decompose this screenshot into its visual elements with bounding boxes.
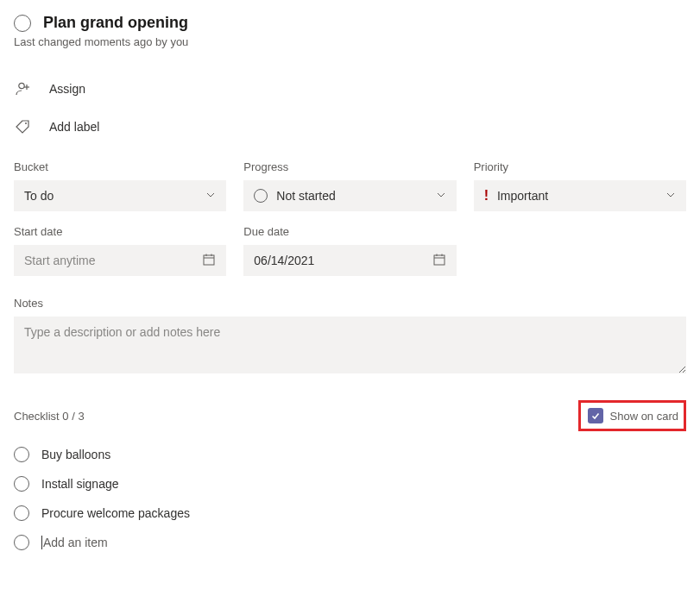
svg-rect-8 <box>434 255 445 265</box>
tag-icon <box>14 117 33 136</box>
calendar-icon <box>432 253 446 269</box>
checklist-item[interactable]: Buy balloons <box>14 447 686 462</box>
last-changed-text: Last changed moments ago by you <box>14 35 686 48</box>
checklist-item[interactable]: Procure welcome packages <box>14 505 686 521</box>
priority-dropdown[interactable]: ! Important <box>474 180 686 211</box>
checklist-item-text: Procure welcome packages <box>41 506 190 520</box>
add-label-text: Add label <box>49 120 99 134</box>
show-on-card-toggle[interactable]: Show on card <box>578 400 687 431</box>
add-label-button[interactable]: Add label <box>14 117 686 136</box>
checklist-item-circle[interactable] <box>14 535 29 550</box>
notes-section: Notes <box>14 297 686 376</box>
progress-label: Progress <box>243 160 456 173</box>
checklist-title: Checklist 0 / 3 <box>14 410 85 423</box>
task-complete-circle[interactable] <box>14 15 31 32</box>
assign-icon <box>14 79 33 98</box>
bucket-dropdown[interactable]: To do <box>14 180 226 211</box>
checklist-item-text: Buy balloons <box>41 448 110 461</box>
bucket-label: Bucket <box>14 160 226 173</box>
dates-grid: Start date Start anytime Due date 06/14/… <box>14 225 686 276</box>
progress-dropdown[interactable]: Not started <box>243 180 456 211</box>
svg-point-0 <box>19 83 24 88</box>
checklist-item-circle[interactable] <box>14 505 29 521</box>
notes-label: Notes <box>14 297 686 310</box>
svg-point-3 <box>25 122 27 124</box>
due-date-input[interactable]: 06/14/2021 <box>243 245 456 276</box>
start-date-field: Start date Start anytime <box>14 225 226 276</box>
checkbox-checked-icon <box>588 408 603 423</box>
due-date-label: Due date <box>243 225 456 238</box>
task-title[interactable]: Plan grand opening <box>43 14 188 32</box>
progress-field: Progress Not started <box>243 160 456 211</box>
checklist-item-circle[interactable] <box>14 447 29 462</box>
progress-circle-icon <box>254 189 268 203</box>
calendar-icon <box>202 253 216 269</box>
priority-label: Priority <box>474 160 686 173</box>
progress-value: Not started <box>276 189 435 203</box>
fields-grid: Bucket To do Progress Not started Priori… <box>14 160 686 211</box>
task-header: Plan grand opening <box>14 14 686 32</box>
assign-label: Assign <box>49 82 85 96</box>
priority-important-icon: ! <box>484 188 489 204</box>
checklist-item-circle[interactable] <box>14 476 29 492</box>
start-date-label: Start date <box>14 225 226 238</box>
chevron-down-icon <box>205 189 216 203</box>
assign-button[interactable]: Assign <box>14 79 686 98</box>
checklist-item[interactable]: Install signage <box>14 476 686 492</box>
svg-rect-4 <box>204 255 214 265</box>
checklist-header: Checklist 0 / 3 Show on card <box>14 400 686 431</box>
chevron-down-icon <box>665 189 676 203</box>
checklist-add-placeholder: Add an item <box>41 536 108 549</box>
bucket-value: To do <box>24 189 205 203</box>
start-date-placeholder: Start anytime <box>24 254 202 267</box>
notes-textarea[interactable] <box>14 317 686 373</box>
bucket-field: Bucket To do <box>14 160 226 211</box>
due-date-value: 06/14/2021 <box>254 254 432 267</box>
chevron-down-icon <box>436 189 446 203</box>
checklist-item-text: Install signage <box>41 477 119 491</box>
start-date-input[interactable]: Start anytime <box>14 245 226 276</box>
priority-field: Priority ! Important <box>474 160 686 211</box>
priority-value: Important <box>497 189 665 203</box>
checklist-add-item[interactable]: Add an item <box>14 535 686 550</box>
show-on-card-label: Show on card <box>610 410 679 423</box>
due-date-field: Due date 06/14/2021 <box>243 225 456 276</box>
